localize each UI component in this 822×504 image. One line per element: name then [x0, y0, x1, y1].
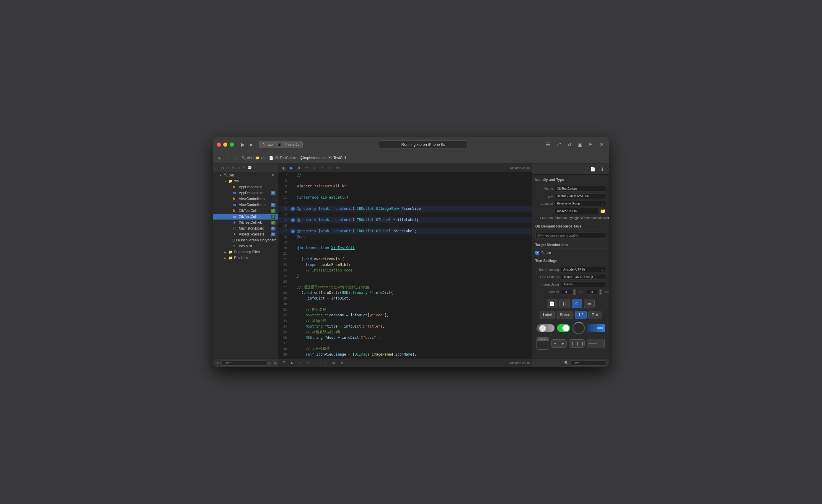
scheme-selector[interactable]: 🔨 xib › 📱 iPhone 6s — [259, 141, 303, 148]
back-forward-icon[interactable]: ⇄ — [565, 140, 573, 149]
filter-clear-button[interactable]: ⊗ — [274, 361, 277, 365]
segmented-control-widget[interactable]: ▐ ▐ ▐ — [569, 339, 584, 348]
label-widget[interactable]: Label — [540, 311, 555, 319]
layout1-icon[interactable]: ▣ — [576, 140, 584, 149]
editor-toggle-button[interactable]: ⊞ — [327, 165, 333, 171]
widget-braces-btn[interactable]: {} — [559, 299, 570, 308]
sidebar-header-icon4[interactable]: ◇ — [232, 166, 235, 170]
close-button[interactable] — [217, 143, 221, 147]
target-checkbox[interactable]: ✓ — [535, 251, 539, 255]
inspector-filter-input[interactable] — [570, 360, 606, 366]
code-editor[interactable]: 7 // 8 9 #import "XibTestCell.h" — [278, 172, 532, 358]
sidebar-item-appdelegate-m[interactable]: ▶ m AppDelegate.m M — [213, 190, 278, 196]
sidebar-filter-input[interactable] — [222, 360, 266, 366]
sidebar-header-icon2[interactable]: ⊡ — [221, 166, 224, 170]
sidebar-item-launchscreen[interactable]: ▶ ⬡ LaunchScreen.storyboard — [213, 237, 278, 243]
sidebar-item-viewcontroller-m[interactable]: ▶ m ViewController.m M — [213, 202, 278, 208]
widget-file-btn[interactable]: 📄 — [547, 299, 557, 308]
breakpoint-icon[interactable] — [291, 207, 295, 211]
sidebar-header-icon6[interactable]: ↰ — [242, 166, 245, 170]
inspector-info-tab[interactable]: ℹ — [598, 165, 606, 173]
sidebar-item-main-storyboard[interactable]: ▶ ⬡ Main.storyboard M — [213, 225, 278, 231]
inspector-file-tab[interactable]: 📄 — [589, 165, 596, 173]
editor-footer-btn1[interactable]: ☰ — [281, 360, 287, 366]
stepper-down-icon[interactable]: ▼ — [573, 292, 576, 295]
sidebar-item-supporting-files[interactable]: ▶ 📁 Supporting Files — [213, 249, 278, 255]
seg-part1[interactable]: ▐ — [569, 340, 574, 347]
minimize-button[interactable] — [223, 143, 227, 147]
sidebar-item-viewcontroller-h[interactable]: ▶ h ViewController.h — [213, 196, 278, 202]
table-widget[interactable] — [587, 339, 605, 348]
tab-bar-widget[interactable] — [536, 337, 549, 350]
editor-rotate-button[interactable]: ↻ — [334, 165, 341, 171]
sidebar-header-icon7[interactable]: 💬 — [248, 166, 252, 170]
folder-browse-icon[interactable]: 📁 — [600, 208, 606, 214]
sidebar-header-icon3[interactable]: ⚠ — [226, 166, 230, 170]
editor-pause-button[interactable]: ⏸ — [296, 165, 302, 171]
line-endings-value[interactable]: Default - OS X / Unix (LF) ⌄ — [561, 274, 606, 280]
editor-layout-button[interactable]: ◧ — [281, 165, 287, 171]
breadcrumb-item-2[interactable]: xib — [261, 156, 265, 160]
stepper-widget[interactable]: − + — [551, 339, 566, 348]
inspector-filter-icon[interactable]: 🔍 — [564, 361, 569, 365]
widget-circle-btn[interactable]: ⊙ — [571, 299, 582, 308]
editor-footer-btn6[interactable]: ↑ — [322, 360, 328, 366]
sidebar-item-assets[interactable]: ▶ ★ Assets.xcassets M — [213, 231, 278, 237]
indent-using-value[interactable]: Spaces ⌄ — [561, 282, 606, 287]
editor-step-over-button[interactable]: ↷ — [304, 165, 310, 171]
text-encoding-value[interactable]: Unicode (UTF-8) ⌄ — [561, 267, 606, 272]
editor-footer-btn3[interactable]: ⏸ — [297, 360, 304, 366]
grid-view-button[interactable]: ⊞ — [216, 154, 223, 161]
stepper-minus-icon[interactable]: − — [551, 340, 559, 347]
filter-options-button[interactable]: ⊙ — [268, 361, 272, 365]
sidebar-item-products[interactable]: ▶ 📁 Products — [213, 255, 278, 261]
tab-width-stepper[interactable]: ▲ ▼ — [573, 289, 576, 295]
slider-widget[interactable] — [536, 324, 555, 332]
editor-play-button[interactable]: ▶ — [288, 165, 295, 171]
sidebar-item-info-plist[interactable]: ▶ ≡ Info.plist — [213, 243, 278, 249]
breadcrumb-item-1[interactable]: xib — [247, 156, 252, 160]
button-widget[interactable]: Button — [556, 311, 573, 319]
name-value[interactable]: XibTestCell.m — [555, 186, 606, 192]
stepper-up-icon[interactable]: ▲ — [599, 289, 602, 292]
indent-width-input[interactable] — [586, 289, 598, 294]
editor-footer-btn7[interactable]: ⊞ — [330, 360, 337, 366]
breadcrumb-item-4[interactable]: @implementation XibTestCell — [300, 156, 346, 160]
seg-part3[interactable]: ▐ — [579, 340, 584, 347]
editor-footer-btn5[interactable]: ↓ — [314, 360, 320, 366]
editor-step-out-button[interactable]: ↑ — [319, 165, 325, 171]
navigator-icon[interactable]: ☰ — [544, 140, 552, 149]
editor-footer-btn8[interactable]: ↻ — [338, 360, 345, 366]
segmented-widget[interactable]: 1 2 — [575, 311, 587, 319]
toggle-widget[interactable] — [557, 324, 570, 332]
sidebar-item-appdelegate-h[interactable]: ▶ h AppDelegate.h — [213, 184, 278, 190]
breakpoint-icon[interactable] — [291, 218, 295, 222]
sidebar-item-folder-xib[interactable]: ▼ 📁 xib — [213, 178, 278, 184]
share-icon[interactable]: ⮐ — [554, 140, 563, 149]
layout2-icon[interactable]: ⊟ — [586, 140, 595, 149]
indent-width-stepper[interactable]: ▲ ▼ — [599, 289, 602, 295]
forward-button[interactable]: › — [233, 154, 240, 161]
type-value[interactable]: Default - Objective-C Sou... ⌄ — [555, 193, 606, 199]
stepper-up-icon[interactable]: ▲ — [573, 289, 576, 292]
seg-part2[interactable]: ▐ — [574, 340, 579, 347]
breakpoint-icon[interactable] — [291, 230, 295, 233]
widget-rect-btn[interactable]: ▭ — [584, 299, 595, 308]
sidebar-header-icon1[interactable]: ⊞ — [216, 166, 219, 170]
editor-footer-btn2[interactable]: ▶ — [289, 360, 295, 366]
breadcrumb-item-3[interactable]: XibTestCell.m — [275, 156, 296, 160]
editor-footer-btn4[interactable]: ↷ — [305, 360, 312, 366]
tab-width-input[interactable] — [560, 289, 572, 294]
stepper-plus-icon[interactable]: + — [559, 340, 566, 347]
text-widget[interactable]: Text — [588, 311, 601, 319]
stepper-down-icon[interactable]: ▼ — [599, 292, 602, 295]
back-button[interactable]: ‹ — [225, 154, 232, 161]
layout3-icon[interactable]: ⊠ — [597, 140, 605, 149]
sidebar-header-icon5[interactable]: ⊟ — [237, 166, 240, 170]
sidebar-item-xibtestcell-xib[interactable]: ▶ ◈ XibTestCell.xib A — [213, 220, 278, 225]
maximize-button[interactable] — [230, 143, 234, 147]
sidebar-item-xibtestcell-h[interactable]: ▶ h XibTestCell.h A — [213, 208, 278, 214]
run-button[interactable]: ▶ — [239, 140, 247, 149]
sidebar-item-xibtestcell-m[interactable]: ▶ m XibTestCell.m A — [213, 214, 278, 220]
location-value[interactable]: Relative to Group ⌄ — [555, 201, 606, 206]
